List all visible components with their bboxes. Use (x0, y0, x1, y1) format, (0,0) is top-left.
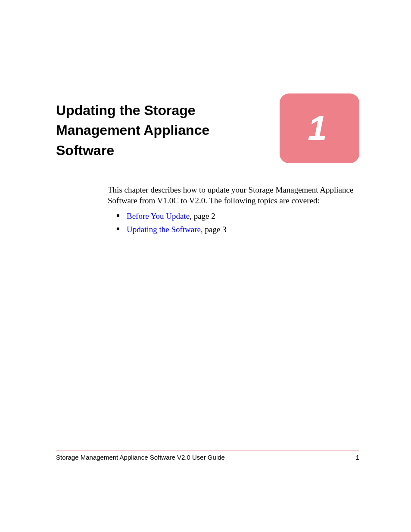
footer-page-number: 1 (356, 454, 359, 461)
link-before-you-update[interactable]: Before You Update (127, 212, 190, 221)
link-updating-software[interactable]: Updating the Software (127, 225, 201, 234)
footer-doc-title: Storage Management Appliance Software V2… (56, 454, 225, 461)
chapter-header: Updating the Storage Management Applianc… (56, 97, 359, 163)
page-footer: Storage Management Appliance Software V2… (56, 451, 359, 461)
intro-paragraph: This chapter describes how to update you… (108, 185, 355, 206)
chapter-content: This chapter describes how to update you… (108, 185, 355, 236)
topic-list: Before You Update, page 2 Updating the S… (108, 210, 355, 236)
page-reference: , page 2 (190, 212, 215, 221)
list-item: Before You Update, page 2 (116, 210, 355, 223)
chapter-number: 1 (308, 109, 331, 148)
list-item: Updating the Software, page 3 (116, 224, 355, 236)
page-reference: , page 3 (201, 225, 227, 234)
chapter-number-badge: 1 (280, 93, 359, 163)
document-page: Updating the Storage Management Applianc… (0, 0, 411, 532)
chapter-title: Updating the Storage Management Applianc… (56, 97, 237, 160)
